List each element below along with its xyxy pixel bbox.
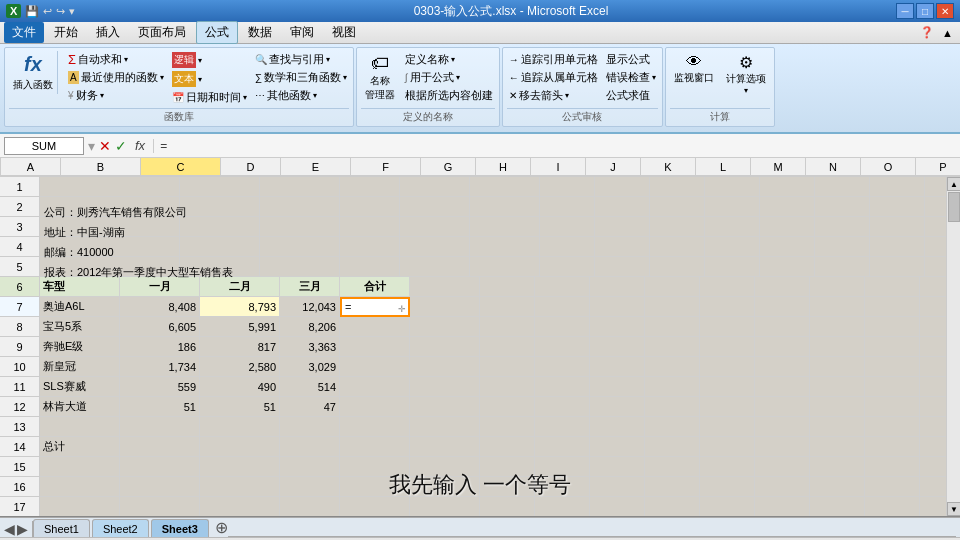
cell-C7[interactable]: 8,793 (200, 297, 280, 317)
row-num-7[interactable]: 7 (0, 297, 40, 317)
row-num-8[interactable]: 8 (0, 317, 40, 337)
math-button[interactable]: ∑ 数学和三角函数▾ (253, 69, 349, 86)
cell-A3[interactable] (40, 217, 180, 237)
cell-F5[interactable] (470, 257, 540, 277)
row-num-1[interactable]: 1 (0, 177, 40, 197)
ribbon-toggle[interactable]: ▲ (942, 27, 953, 39)
cell-O10[interactable] (920, 357, 946, 377)
evaluate-formula-button[interactable]: 公式求值 (604, 87, 658, 104)
vertical-scrollbar[interactable]: ▲ ▼ (946, 177, 960, 516)
menu-view[interactable]: 视图 (324, 22, 364, 43)
text-button[interactable]: 文本 ▾ (170, 70, 249, 88)
row-num-10[interactable]: 10 (0, 357, 40, 377)
cell-D13[interactable] (280, 417, 340, 437)
col-header-K[interactable]: K (641, 158, 696, 176)
cell-B12[interactable]: 51 (120, 397, 200, 417)
cell-D7[interactable]: 12,043 (280, 297, 340, 317)
cell-E10[interactable] (340, 357, 410, 377)
cell-N2[interactable] (925, 197, 946, 217)
cell-J5[interactable] (705, 257, 760, 277)
quick-access-save[interactable]: 💾 (25, 5, 39, 18)
cell-D4[interactable] (340, 237, 400, 257)
cell-E14[interactable] (340, 437, 410, 457)
col-header-L[interactable]: L (696, 158, 751, 176)
cell-K3[interactable] (760, 217, 815, 237)
cell-G3[interactable] (540, 217, 595, 237)
cell-O17[interactable] (920, 497, 946, 516)
cell-M1[interactable] (870, 177, 925, 197)
cell-K6[interactable] (700, 277, 755, 297)
cell-C16[interactable] (200, 477, 280, 497)
cell-G13[interactable] (480, 417, 535, 437)
col-header-C[interactable]: C (141, 158, 221, 176)
menu-insert[interactable]: 插入 (88, 22, 128, 43)
sheet-tab-1[interactable]: Sheet1 (33, 519, 90, 537)
cell-L4[interactable] (815, 237, 870, 257)
cell-N9[interactable] (865, 337, 920, 357)
cell-N16[interactable] (865, 477, 920, 497)
cell-N13[interactable] (865, 417, 920, 437)
row-num-3[interactable]: 3 (0, 217, 40, 237)
cell-C11[interactable]: 490 (200, 377, 280, 397)
cell-B8[interactable]: 6,605 (120, 317, 200, 337)
cell-M7[interactable] (810, 297, 865, 317)
cell-H1[interactable] (595, 177, 650, 197)
help-icon[interactable]: ❓ (920, 26, 934, 39)
sheet-tab-next[interactable]: ▶ (17, 521, 28, 537)
cell-B11[interactable]: 559 (120, 377, 200, 397)
cell-M2[interactable] (870, 197, 925, 217)
cell-J12[interactable] (645, 397, 700, 417)
cell-A14[interactable]: 总计 (40, 437, 120, 457)
cell-A17[interactable] (40, 497, 120, 516)
cell-G16[interactable] (480, 477, 535, 497)
cell-H4[interactable] (595, 237, 650, 257)
cell-M8[interactable] (810, 317, 865, 337)
cell-H13[interactable] (535, 417, 590, 437)
cell-I17[interactable] (590, 497, 645, 516)
cell-E5[interactable] (400, 257, 470, 277)
cell-J16[interactable] (645, 477, 700, 497)
cell-C10[interactable]: 2,580 (200, 357, 280, 377)
cell-E3[interactable] (400, 217, 470, 237)
cell-I14[interactable] (590, 437, 645, 457)
col-header-M[interactable]: M (751, 158, 806, 176)
row-num-5[interactable]: 5 (0, 257, 40, 277)
cell-D16[interactable] (280, 477, 340, 497)
cell-F13[interactable] (410, 417, 480, 437)
col-header-D[interactable]: D (221, 158, 281, 176)
watch-window-button[interactable]: 👁 监视窗口 (670, 51, 718, 87)
cell-C12[interactable]: 51 (200, 397, 280, 417)
cell-E11[interactable] (340, 377, 410, 397)
cell-D14[interactable] (280, 437, 340, 457)
cell-K16[interactable] (700, 477, 755, 497)
col-header-G[interactable]: G (421, 158, 476, 176)
cell-J2[interactable] (705, 197, 760, 217)
cell-N12[interactable] (865, 397, 920, 417)
quick-access-dropdown[interactable]: ▾ (69, 5, 75, 18)
cell-E15[interactable] (340, 457, 410, 477)
cell-I8[interactable] (590, 317, 645, 337)
cell-G1[interactable] (540, 177, 595, 197)
menu-file[interactable]: 文件 (4, 22, 44, 43)
cell-H3[interactable] (595, 217, 650, 237)
cell-K14[interactable] (700, 437, 755, 457)
row-num-13[interactable]: 13 (0, 417, 40, 437)
cell-M3[interactable] (870, 217, 925, 237)
cell-J8[interactable] (645, 317, 700, 337)
sheet-tab-3[interactable]: Sheet3 (151, 519, 209, 537)
cell-E6[interactable]: 合计 (340, 277, 410, 297)
cell-G17[interactable] (480, 497, 535, 516)
cell-B17[interactable] (120, 497, 200, 516)
menu-pagelayout[interactable]: 页面布局 (130, 22, 194, 43)
cell-K4[interactable] (760, 237, 815, 257)
col-header-P[interactable]: P (916, 158, 960, 176)
name-box[interactable] (4, 137, 84, 155)
cell-I10[interactable] (590, 357, 645, 377)
cell-D15[interactable] (280, 457, 340, 477)
cell-B9[interactable]: 186 (120, 337, 200, 357)
cell-N17[interactable] (865, 497, 920, 516)
cell-J4[interactable] (705, 237, 760, 257)
cell-N11[interactable] (865, 377, 920, 397)
cell-H9[interactable] (535, 337, 590, 357)
cell-M6[interactable] (810, 277, 865, 297)
